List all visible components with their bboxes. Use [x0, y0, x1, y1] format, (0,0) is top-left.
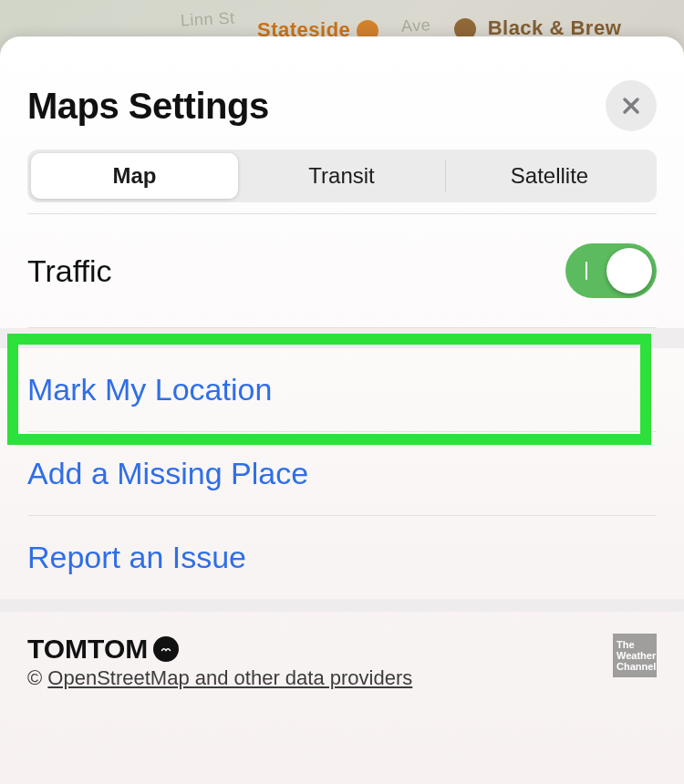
- sheet-header: Maps Settings: [0, 36, 684, 150]
- twc-line: The: [617, 639, 653, 650]
- report-issue-row[interactable]: Report an Issue: [27, 516, 657, 599]
- segment-map[interactable]: Map: [31, 153, 238, 199]
- switch-on-indicator-icon: [586, 262, 587, 280]
- twc-line: Channel: [617, 661, 653, 672]
- action-label: Mark My Location: [27, 372, 272, 407]
- weather-channel-logo: The Weather Channel: [613, 634, 657, 677]
- traffic-section: Traffic: [0, 213, 684, 328]
- segment-label: Map: [113, 163, 157, 189]
- action-label: Add a Missing Place: [27, 456, 308, 490]
- tomtom-wordmark: TOMTOM: [27, 634, 148, 665]
- copyright-line: © OpenStreetMap and other data providers: [27, 666, 412, 690]
- section-gap: [0, 599, 684, 612]
- map-type-segmented-control: Map Transit Satellite: [0, 150, 684, 213]
- attribution: TOMTOM © OpenStreetMap and other data pr…: [27, 634, 412, 690]
- traffic-toggle[interactable]: [565, 243, 657, 298]
- traffic-row: Traffic: [27, 214, 657, 328]
- tomtom-hands-icon: [153, 636, 179, 662]
- mark-location-row[interactable]: Mark My Location: [27, 348, 657, 432]
- data-providers-link[interactable]: OpenStreetMap and other data providers: [47, 666, 412, 689]
- tomtom-logo: TOMTOM: [27, 634, 412, 665]
- segment-satellite[interactable]: Satellite: [446, 153, 653, 199]
- page-title: Maps Settings: [27, 86, 269, 127]
- switch-knob-icon: [606, 248, 652, 294]
- segment-transit[interactable]: Transit: [238, 153, 445, 199]
- add-missing-place-row[interactable]: Add a Missing Place: [27, 432, 657, 516]
- copyright-symbol: ©: [27, 666, 42, 689]
- close-button[interactable]: [606, 80, 657, 131]
- footer: TOMTOM © OpenStreetMap and other data pr…: [0, 612, 684, 690]
- section-gap: [0, 328, 684, 348]
- action-label: Report an Issue: [27, 540, 246, 574]
- twc-line: Weather: [617, 650, 653, 661]
- close-icon: [620, 95, 642, 117]
- traffic-label: Traffic: [27, 253, 112, 289]
- segment-label: Transit: [308, 163, 374, 189]
- settings-sheet: Maps Settings Map Transit Satellite Traf…: [0, 36, 684, 784]
- segment-label: Satellite: [511, 163, 588, 189]
- actions-section: Mark My Location Add a Missing Place Rep…: [0, 348, 684, 599]
